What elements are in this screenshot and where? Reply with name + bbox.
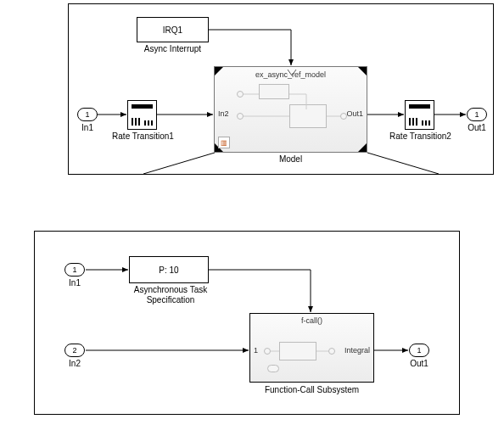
top-diagram-canvas: IRQ1 Async Interrupt 1 In1 Rate Transiti…: [68, 3, 494, 175]
b-in2-port[interactable]: 2: [64, 344, 85, 357]
model-block[interactable]: ex_async_ref_model In2 Out1 ▥: [214, 66, 367, 153]
fcs-block[interactable]: f-call() 1 Integral: [249, 313, 374, 383]
ats-block[interactable]: P: 10: [129, 256, 209, 283]
async-interrupt-block[interactable]: IRQ1: [137, 17, 209, 42]
model-label: Model: [214, 154, 367, 164]
bottom-diagram-canvas: 1 In1 P: 10 Asynchronous Task Specificat…: [34, 231, 460, 415]
b-out1-num: 1: [417, 346, 421, 355]
b-in2-label: In2: [63, 359, 87, 368]
b-in2-num: 2: [72, 346, 76, 355]
rate-transition2-block[interactable]: [405, 100, 434, 130]
b-in1-label: In1: [63, 278, 87, 288]
irq-text: IRQ1: [163, 25, 182, 35]
b-in1-num: 1: [72, 265, 76, 274]
async-interrupt-label: Async Interrupt: [137, 44, 209, 53]
fcs-label: Function-Call Subsystem: [249, 385, 374, 394]
bottom-wires: [35, 232, 459, 414]
rate-transition2-label: Rate Transition2: [384, 131, 456, 141]
in1-label: In1: [77, 123, 98, 132]
b-out1-port[interactable]: 1: [409, 344, 429, 357]
b-in1-port[interactable]: 1: [64, 263, 85, 277]
ats-label-2: Specification: [124, 295, 217, 305]
in1-num: 1: [85, 110, 89, 119]
in1-port[interactable]: 1: [77, 108, 98, 121]
ats-label-1: Asynchronous Task: [124, 285, 217, 294]
out1-port[interactable]: 1: [467, 108, 487, 121]
b-out1-label: Out1: [406, 359, 432, 368]
fcs-inner-wires: [250, 314, 375, 383]
rate-transition1-label: Rate Transition1: [107, 131, 179, 141]
ats-text: P: 10: [159, 265, 178, 275]
rate-transition1-block[interactable]: [127, 100, 157, 130]
model-inner-wires: [215, 67, 368, 154]
out1-label: Out1: [464, 123, 490, 132]
out1-num: 1: [474, 110, 479, 119]
